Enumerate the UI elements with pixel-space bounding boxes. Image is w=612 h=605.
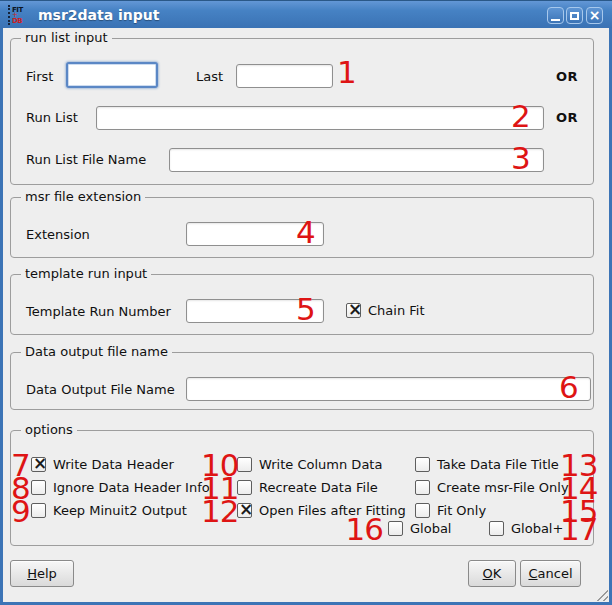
group-title-template: template run input: [21, 266, 151, 281]
data-output-file-name-input[interactable]: [186, 377, 591, 401]
write-column-data-label: Write Column Data: [259, 457, 382, 473]
write-data-header-label: Write Data Header: [53, 457, 174, 473]
take-data-file-title-checkbox[interactable]: [415, 457, 430, 472]
template-run-number-label: Template Run Number: [26, 304, 171, 320]
group-options: options 7 Write Data Header 10 Write Col…: [10, 430, 594, 546]
annotation-number-12: 12: [201, 496, 233, 526]
resize-grip[interactable]: [594, 587, 608, 601]
last-label: Last: [196, 69, 223, 85]
ok-mnemonic: O: [483, 566, 493, 581]
global-plus-checkbox[interactable]: [489, 521, 504, 536]
keep-minuit2-output-label: Keep Minuit2 Output: [53, 503, 187, 519]
chain-fit-label: Chain Fit: [368, 303, 425, 319]
or-label-2: OR: [556, 110, 578, 126]
app-icon: FIT + DB: [8, 5, 28, 25]
group-title-extension: msr file extension: [21, 189, 145, 204]
recreate-data-file-label: Recreate Data File: [259, 480, 378, 496]
create-msr-file-only-label: Create msr-File Only: [437, 480, 569, 496]
group-title-data-output: Data output file name: [21, 344, 172, 359]
fit-only-label: Fit Only: [437, 503, 486, 519]
open-files-after-fitting-label: Open Files after Fitting: [259, 503, 406, 519]
help-button[interactable]: Help: [10, 560, 74, 587]
annotation-number-13: 13: [560, 450, 597, 480]
extension-label: Extension: [26, 227, 90, 243]
annotation-number-17: 17: [560, 514, 597, 544]
ok-button[interactable]: OK: [468, 560, 516, 587]
run-list-file-name-input[interactable]: [169, 148, 544, 172]
maximize-button[interactable]: [566, 7, 583, 24]
group-template-run-input: template run input Template Run Number 5…: [10, 274, 594, 335]
cancel-mnemonic: C: [528, 566, 537, 581]
annotation-number-1: 1: [337, 57, 356, 87]
app-icon-text-db: DB: [12, 18, 28, 24]
open-files-after-fitting-checkbox[interactable]: [237, 503, 252, 518]
cancel-label-rest: ancel: [538, 566, 573, 581]
chain-fit-checkbox[interactable]: [346, 303, 361, 318]
annotation-number-7: 7: [11, 450, 29, 480]
global-plus-label: Global+: [511, 521, 563, 537]
group-title-options: options: [21, 422, 77, 437]
run-list-file-name-label: Run List File Name: [26, 152, 146, 168]
cancel-button[interactable]: Cancel: [520, 560, 581, 587]
minimize-button[interactable]: [547, 7, 564, 24]
annotation-number-9: 9: [11, 496, 29, 526]
first-label: First: [26, 69, 53, 85]
run-list-input[interactable]: [96, 106, 544, 130]
ok-label-rest: K: [493, 566, 502, 581]
dialog-window: FIT + DB msr2data input × run list input…: [0, 0, 612, 605]
run-list-label: Run List: [26, 110, 78, 126]
titlebar: FIT + DB msr2data input ×: [0, 0, 612, 28]
group-data-output: Data output file name Data Output File N…: [10, 352, 594, 410]
annotation-number-10: 10: [201, 450, 233, 480]
fit-only-checkbox[interactable]: [415, 503, 430, 518]
group-run-list-input: run list input First Last 1 OR Run List …: [10, 38, 594, 185]
write-data-header-checkbox[interactable]: [31, 457, 46, 472]
keep-minuit2-output-checkbox[interactable]: [31, 503, 46, 518]
template-run-number-input[interactable]: [186, 299, 324, 323]
group-title-run-list: run list input: [21, 30, 112, 45]
data-output-file-name-label: Data Output File Name: [26, 382, 175, 398]
annotation-number-8: 8: [11, 473, 29, 503]
close-icon: ×: [589, 8, 601, 23]
help-label-rest: elp: [37, 566, 57, 581]
ignore-data-header-info-checkbox[interactable]: [31, 480, 46, 495]
maximize-icon: [570, 12, 579, 20]
extension-input[interactable]: [186, 222, 324, 246]
minimize-icon: [551, 19, 560, 21]
window-title: msr2data input: [38, 1, 160, 29]
or-label-1: OR: [556, 69, 578, 85]
first-input[interactable]: [66, 62, 158, 88]
dialog-content: run list input First Last 1 OR Run List …: [3, 28, 609, 602]
annotation-number-15: 15: [560, 496, 597, 526]
recreate-data-file-checkbox[interactable]: [237, 480, 252, 495]
ignore-data-header-info-label: Ignore Data Header Info: [53, 480, 210, 496]
global-label: Global: [410, 521, 451, 537]
close-button[interactable]: ×: [586, 7, 603, 24]
take-data-file-title-label: Take Data File Title: [437, 457, 559, 473]
global-checkbox[interactable]: [388, 521, 403, 536]
write-column-data-checkbox[interactable]: [237, 457, 252, 472]
help-mnemonic: H: [27, 566, 37, 581]
last-input[interactable]: [236, 64, 333, 88]
group-msr-file-extension: msr file extension Extension 4: [10, 197, 594, 258]
create-msr-file-only-checkbox[interactable]: [415, 480, 430, 495]
